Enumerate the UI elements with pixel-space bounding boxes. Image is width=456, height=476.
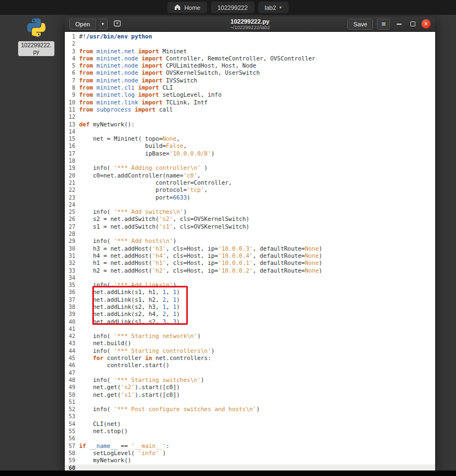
maximize-icon — [410, 21, 415, 26]
home-label: Home — [184, 4, 200, 11]
code-line[interactable]: 52 info( '*** Post configure switches an… — [65, 406, 435, 413]
code-line[interactable]: 9from mininet.log import setLogLevel, in… — [65, 91, 435, 98]
code-line[interactable]: 36 net.addLink(s1, h1, 1, 1) — [65, 289, 435, 296]
line-number: 27 — [65, 223, 79, 230]
code-line[interactable]: 14 — [65, 128, 435, 135]
code-line[interactable]: 20 c0=net.addController(name='c0', — [65, 172, 435, 179]
code-line[interactable]: 53 — [65, 413, 435, 420]
breadcrumb-subfolder-label: lab2 — [265, 4, 276, 11]
code-line[interactable]: 50 net.get('s1').start([c0]) — [65, 391, 435, 398]
line-number: 50 — [65, 391, 79, 398]
menu-button[interactable]: ≡ — [377, 19, 390, 30]
code-line[interactable]: 48 info( '*** Starting switches\n') — [65, 377, 435, 384]
open-button[interactable]: Open — [69, 19, 96, 30]
code-line[interactable]: 33 h2 = net.addHost('h2', cls=Host, ip='… — [65, 267, 435, 274]
minimize-button[interactable] — [394, 19, 404, 29]
line-number: 22 — [65, 186, 79, 193]
desktop-file-label-line2: py — [21, 48, 51, 55]
code-line[interactable]: 10from mininet.link import TCLink, Intf — [65, 99, 435, 106]
code-line[interactable]: 54 CLI(net) — [65, 420, 435, 428]
code-line[interactable]: 59 myNetwork() — [65, 457, 435, 464]
line-number: 21 — [65, 179, 79, 186]
code-line[interactable]: 37 net.addLink(s1, h2, 2, 1) — [65, 296, 435, 303]
code-line[interactable]: 28 — [65, 230, 435, 237]
code-line[interactable]: 49 net.get('s2').start([c0]) — [65, 384, 435, 391]
code-line[interactable]: 12 — [65, 113, 435, 120]
code-line[interactable]: 2 — [65, 40, 435, 47]
code-line[interactable]: 4from mininet.node import Controller, Re… — [65, 55, 435, 62]
home-button[interactable]: Home — [168, 2, 207, 13]
code-line[interactable]: 57if __name__ == '__main__': — [65, 442, 435, 450]
line-number: 15 — [65, 135, 79, 142]
breadcrumb-folder[interactable]: 102299222 — [211, 2, 254, 13]
code-line[interactable]: 1#!/usr/bin/env python — [65, 33, 435, 40]
code-line[interactable]: 44 info( '*** Starting controllers\n') — [65, 347, 435, 355]
code-line[interactable]: 26 s2 = net.addSwitch('s2', cls=OVSKerne… — [65, 215, 435, 223]
code-line[interactable]: 27 s1 = net.addSwitch('s1', cls=OVSKerne… — [65, 223, 435, 230]
code-line[interactable]: 3from mininet.net import Mininet — [65, 48, 435, 55]
close-button[interactable]: × — [421, 19, 431, 29]
code-line[interactable]: 40 net.addLink(s1, s2, 3, 3) — [65, 318, 435, 325]
window-title: 102299222.py — [230, 18, 270, 25]
code-line[interactable]: 46 controller.start() — [65, 362, 435, 369]
minimize-icon — [397, 24, 402, 25]
code-line[interactable]: 25 info( '*** Add switches\n') — [65, 208, 435, 215]
new-tab-icon — [113, 19, 121, 29]
code-line[interactable]: 21 controller=Controller, — [65, 179, 435, 186]
line-number: 4 — [65, 55, 79, 62]
save-button[interactable]: Save — [347, 19, 373, 30]
code-line[interactable]: 15 net = Mininet( topo=None, — [65, 135, 435, 142]
code-line[interactable]: 8from mininet.cli import CLI — [65, 84, 435, 91]
line-number: 39 — [65, 311, 79, 318]
code-line[interactable]: 29 info( '*** Add hosts\n') — [65, 237, 435, 245]
code-line[interactable]: 60 — [65, 464, 435, 471]
line-number: 25 — [65, 208, 79, 215]
line-number: 35 — [65, 281, 79, 289]
code-line[interactable]: 56 — [65, 435, 435, 442]
code-line[interactable]: 22 protocol='tcp', — [65, 186, 435, 193]
line-number: 41 — [65, 325, 79, 333]
code-line[interactable]: 11from subprocess import call — [65, 106, 435, 113]
code-line[interactable]: 24 — [65, 201, 435, 208]
code-line[interactable]: 39 net.addLink(s2, h4, 2, 1) — [65, 311, 435, 318]
code-line[interactable]: 55 net.stop() — [65, 428, 435, 435]
code-line[interactable]: 45 for controller in net.controllers: — [65, 355, 435, 362]
line-number: 57 — [65, 442, 79, 450]
line-number: 7 — [65, 77, 79, 84]
code-line[interactable]: 6from mininet.node import OVSKernelSwitc… — [65, 69, 435, 76]
code-line[interactable]: 13def myNetwork(): — [65, 121, 435, 128]
new-tab-button[interactable] — [113, 19, 121, 29]
code-line[interactable]: 38 net.addLink(s2, h3, 1, 1) — [65, 303, 435, 311]
line-number: 28 — [65, 230, 79, 237]
code-line[interactable]: 18 — [65, 157, 435, 164]
code-line[interactable]: 5from mininet.node import CPULimitedHost… — [65, 62, 435, 69]
code-line[interactable]: 16 build=False, — [65, 142, 435, 150]
line-number: 47 — [65, 369, 79, 377]
code-line[interactable]: 17 ipBase='10.0.0.0/8') — [65, 150, 435, 157]
line-number: 31 — [65, 252, 79, 259]
code-line[interactable]: 30 h3 = net.addHost('h3', cls=Host, ip='… — [65, 245, 435, 252]
code-line[interactable]: 47 — [65, 369, 435, 377]
code-line[interactable]: 35 info( '*** Add links\n') — [65, 281, 435, 289]
code-line[interactable]: 32 h1 = net.addHost('h1', cls=Host, ip='… — [65, 259, 435, 267]
open-dropdown-button[interactable]: ▾ — [98, 19, 108, 30]
code-line[interactable]: 7from mininet.node import IVSSwitch — [65, 77, 435, 84]
code-line[interactable]: 23 port=6633) — [65, 194, 435, 201]
code-area[interactable]: 1#!/usr/bin/env python23from mininet.net… — [65, 32, 435, 471]
breadcrumb-subfolder[interactable]: lab2 ▾ — [258, 2, 288, 13]
code-line[interactable]: 43 net.build() — [65, 340, 435, 347]
code-line[interactable]: 42 info( '*** Starting network\n') — [65, 333, 435, 340]
line-number: 54 — [65, 420, 79, 428]
code-line[interactable]: 31 h4 = net.addHost('h4', cls=Host, ip='… — [65, 252, 435, 259]
maximize-button[interactable] — [408, 19, 418, 29]
line-number: 44 — [65, 347, 79, 355]
desktop-file-icon[interactable]: 102299222. py — [18, 17, 54, 56]
window-title-block: 102299222.py ~/102299222/lab2 — [230, 18, 270, 30]
line-number: 58 — [65, 450, 79, 457]
code-line[interactable]: 19 info( '*** Adding controller\n' ) — [65, 164, 435, 171]
code-line[interactable]: 41 — [65, 325, 435, 333]
code-line[interactable]: 34 — [65, 274, 435, 281]
code-line[interactable]: 58 setLogLevel( 'info' ) — [65, 450, 435, 457]
home-icon — [174, 4, 181, 12]
code-line[interactable]: 51 — [65, 398, 435, 406]
